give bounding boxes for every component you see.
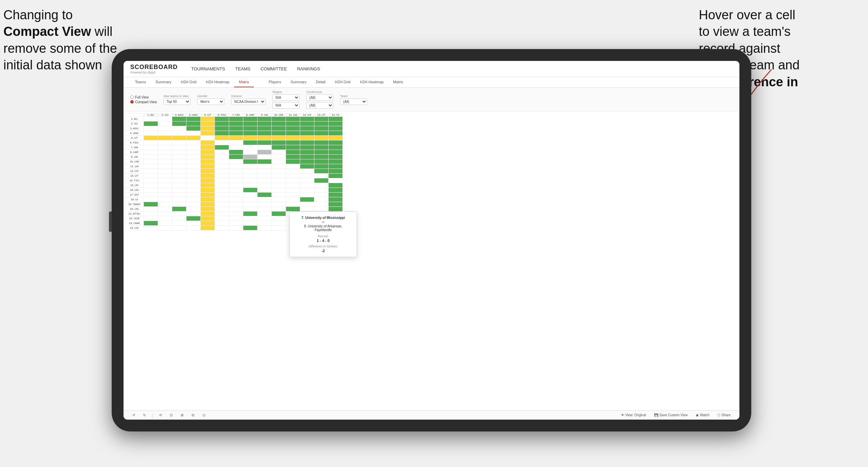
matrix-cell[interactable] (229, 140, 243, 145)
matrix-cell[interactable] (158, 183, 172, 188)
matrix-cell[interactable] (272, 145, 286, 150)
matrix-cell[interactable] (300, 155, 314, 159)
matrix-cell[interactable] (186, 164, 201, 169)
matrix-cell[interactable] (286, 193, 300, 197)
matrix-cell[interactable] (286, 150, 300, 155)
matrix-cell[interactable] (329, 150, 343, 155)
matrix-cell[interactable] (243, 131, 258, 136)
matrix-cell[interactable] (215, 140, 229, 145)
matrix-cell[interactable] (158, 121, 172, 126)
matrix-cell[interactable] (158, 193, 172, 197)
matrix-cell[interactable] (286, 121, 300, 126)
matrix-cell[interactable] (314, 178, 329, 183)
matrix-cell[interactable] (314, 169, 329, 174)
matrix-cell[interactable] (215, 117, 229, 121)
matrix-cell[interactable] (186, 131, 201, 136)
matrix-cell[interactable] (158, 207, 172, 212)
matrix-cell[interactable] (286, 131, 300, 136)
matrix-cell[interactable] (215, 136, 229, 140)
matrix-cell[interactable] (286, 207, 300, 212)
matrix-cell[interactable] (300, 159, 314, 164)
matrix-cell[interactable] (158, 221, 172, 226)
matrix-cell[interactable] (186, 178, 201, 183)
matrix-cell[interactable] (172, 136, 186, 140)
matrix-cell[interactable] (286, 126, 300, 131)
matrix-cell[interactable] (201, 221, 215, 226)
nav-teams[interactable]: TEAMS (235, 65, 250, 73)
matrix-cell[interactable] (243, 159, 258, 164)
matrix-cell[interactable] (144, 164, 158, 169)
matrix-cell[interactable] (258, 145, 272, 150)
matrix-cell[interactable] (229, 155, 243, 159)
matrix-cell[interactable] (201, 169, 215, 174)
matrix-cell[interactable] (172, 159, 186, 164)
matrix-cell[interactable] (300, 207, 314, 212)
compact-view-radio[interactable]: Compact View (130, 100, 157, 104)
matrix-cell[interactable] (172, 140, 186, 145)
matrix-cell[interactable] (243, 202, 258, 207)
matrix-cell[interactable] (215, 155, 229, 159)
matrix-cell[interactable] (186, 169, 201, 174)
matrix-cell[interactable] (314, 159, 329, 164)
matrix-cell[interactable] (272, 136, 286, 140)
matrix-cell[interactable] (300, 178, 314, 183)
matrix-cell[interactable] (186, 159, 201, 164)
matrix-cell[interactable] (243, 216, 258, 221)
matrix-cell[interactable] (229, 188, 243, 193)
matrix-cell[interactable] (286, 155, 300, 159)
matrix-cell[interactable] (286, 188, 300, 193)
region-select-1[interactable]: N/A (272, 94, 299, 101)
matrix-cell[interactable] (144, 169, 158, 174)
matrix-cell[interactable] (286, 164, 300, 169)
matrix-cell[interactable] (272, 140, 286, 145)
matrix-cell[interactable] (144, 216, 158, 221)
matrix-cell[interactable] (172, 117, 186, 121)
matrix-cell[interactable] (329, 174, 343, 178)
matrix-cell[interactable] (201, 207, 215, 212)
gender-select[interactable]: Men's (197, 98, 224, 105)
matrix-cell[interactable] (329, 197, 343, 202)
matrix-cell[interactable] (144, 197, 158, 202)
matrix-cell[interactable] (329, 202, 343, 207)
matrix-cell[interactable] (186, 197, 201, 202)
matrix-cell[interactable] (201, 121, 215, 126)
matrix-cell[interactable] (272, 155, 286, 159)
matrix-cell[interactable] (258, 183, 272, 188)
matrix-cell[interactable] (329, 140, 343, 145)
matrix-cell[interactable] (186, 121, 201, 126)
matrix-cell[interactable] (215, 150, 229, 155)
matrix-cell[interactable] (144, 155, 158, 159)
matrix-cell[interactable] (300, 121, 314, 126)
matrix-cell[interactable] (300, 131, 314, 136)
matrix-cell[interactable] (201, 150, 215, 155)
matrix-cell[interactable] (215, 188, 229, 193)
matrix-cell[interactable] (286, 140, 300, 145)
matrix-cell[interactable] (229, 216, 243, 221)
matrix-cell[interactable] (172, 193, 186, 197)
matrix-cell[interactable] (229, 202, 243, 207)
matrix-cell[interactable] (158, 136, 172, 140)
matrix-cell[interactable] (329, 188, 343, 193)
matrix-cell[interactable] (201, 188, 215, 193)
matrix-cell[interactable] (314, 197, 329, 202)
matrix-cell[interactable] (158, 159, 172, 164)
matrix-cell[interactable] (215, 174, 229, 178)
matrix-cell[interactable] (300, 150, 314, 155)
matrix-cell[interactable] (314, 117, 329, 121)
view-original-button[interactable]: 👁 View: Original (619, 413, 648, 418)
matrix-cell[interactable] (329, 207, 343, 212)
tab-teams[interactable]: Teams (130, 77, 151, 87)
matrix-cell[interactable] (272, 207, 286, 212)
matrix-cell[interactable] (215, 164, 229, 169)
matrix-cell[interactable] (314, 150, 329, 155)
matrix-cell[interactable] (229, 221, 243, 226)
matrix-cell[interactable] (201, 197, 215, 202)
matrix-cell[interactable] (229, 207, 243, 212)
matrix-cell[interactable] (201, 178, 215, 183)
matrix-cell[interactable] (229, 121, 243, 126)
matrix-cell[interactable] (258, 188, 272, 193)
matrix-cell[interactable] (172, 155, 186, 159)
matrix-cell[interactable] (229, 169, 243, 174)
matrix-cell[interactable] (272, 121, 286, 126)
matrix-cell[interactable] (243, 140, 258, 145)
